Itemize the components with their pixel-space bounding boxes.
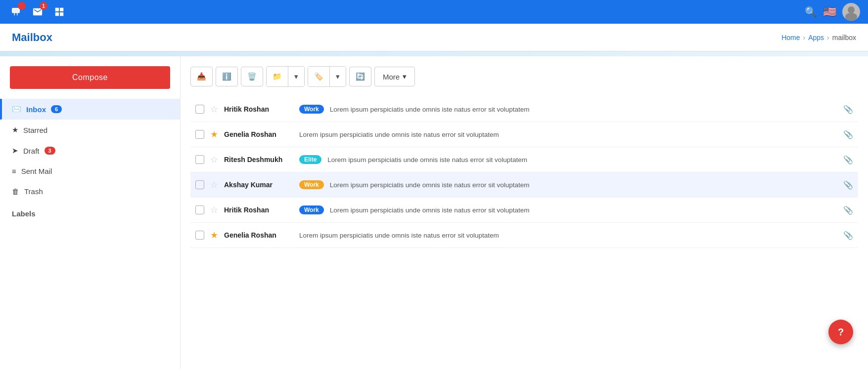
tag-badge: Elite bbox=[299, 155, 321, 164]
star-toggle[interactable]: ★ bbox=[210, 230, 218, 241]
star-toggle[interactable]: ☆ bbox=[210, 205, 218, 215]
attachment-icon: 📎 bbox=[843, 180, 853, 190]
sidebar-item-label-draft: Draft bbox=[23, 147, 40, 155]
email-preview: Lorem ipsum perspiciatis unde omnis iste… bbox=[330, 181, 837, 189]
folder-group: 📁 ▾ bbox=[266, 66, 305, 87]
sender-name: Ritesh Deshmukh bbox=[224, 156, 293, 164]
main-layout: Compose ✉️ Inbox 6 ★ Starred ➤ Draft 3 ≡… bbox=[0, 56, 868, 369]
email-row[interactable]: ★ Genelia Roshan Lorem ipsum perspiciati… bbox=[190, 122, 858, 147]
compose-button[interactable]: Compose bbox=[10, 66, 170, 89]
sidebar-item-label-sent: Sent Mail bbox=[21, 167, 52, 175]
refresh-btn[interactable]: 🔄 bbox=[349, 67, 371, 86]
sidebar-item-label-inbox: Inbox bbox=[26, 105, 46, 114]
breadcrumb-sep1: › bbox=[803, 34, 805, 41]
sent-icon: ≡ bbox=[12, 167, 16, 175]
tag-btn[interactable]: 🏷️ bbox=[308, 67, 330, 86]
attachment-icon: 📎 bbox=[843, 205, 853, 215]
tag-dropdown-btn[interactable]: ▾ bbox=[330, 67, 346, 86]
email-checkbox[interactable] bbox=[195, 155, 204, 164]
star-toggle[interactable]: ☆ bbox=[210, 104, 218, 115]
attachment-icon: 📎 bbox=[843, 130, 853, 139]
tag-group: 🏷️ ▾ bbox=[308, 66, 346, 87]
top-nav-right: 🔍 🇺🇸 bbox=[805, 3, 860, 21]
toolbar: 📥 ℹ️ 🗑️ 📁 ▾ 🏷️ ▾ 🔄 More ▾ bbox=[190, 66, 858, 87]
mail-badge: 1 bbox=[40, 2, 47, 10]
mail-app-icon[interactable]: 1 bbox=[30, 4, 46, 20]
more-arrow-icon: ▾ bbox=[403, 72, 407, 81]
email-preview: Lorem ipsum perspiciatis unde omnis iste… bbox=[327, 156, 837, 164]
email-checkbox[interactable] bbox=[195, 205, 204, 214]
flag-icon[interactable]: 🇺🇸 bbox=[823, 5, 836, 18]
sidebar-item-label-starred: Starred bbox=[23, 126, 47, 134]
labels-section-title: Labels bbox=[0, 202, 180, 222]
breadcrumb-sep2: › bbox=[827, 34, 829, 41]
inbox-action-btn[interactable]: 📥 bbox=[190, 67, 213, 86]
breadcrumb-current: mailbox bbox=[832, 34, 856, 41]
top-nav: 1 🔍 🇺🇸 bbox=[0, 0, 868, 24]
email-preview: Lorem ipsum perspiciatis unde omnis iste… bbox=[330, 206, 837, 214]
star-toggle[interactable]: ☆ bbox=[210, 154, 218, 165]
star-toggle[interactable]: ☆ bbox=[210, 179, 218, 190]
sender-name: Hritik Roshan bbox=[224, 105, 293, 113]
draft-icon: ➤ bbox=[12, 146, 18, 155]
info-btn[interactable]: ℹ️ bbox=[216, 67, 238, 86]
tag-badge: Work bbox=[299, 180, 324, 189]
star-toggle[interactable]: ★ bbox=[210, 129, 218, 140]
folder-dropdown-btn[interactable]: ▾ bbox=[288, 67, 304, 86]
sender-name: Akshay Kumar bbox=[224, 181, 293, 189]
email-checkbox[interactable] bbox=[195, 231, 204, 240]
sidebar-item-label-trash: Trash bbox=[24, 187, 43, 196]
tag-badge: Work bbox=[299, 105, 324, 114]
avatar[interactable] bbox=[842, 3, 860, 21]
email-row[interactable]: ★ Genelia Roshan Lorem ipsum perspiciati… bbox=[190, 223, 858, 248]
flag-badge bbox=[18, 2, 26, 10]
breadcrumb: Home › Apps › mailbox bbox=[781, 34, 856, 41]
attachment-icon: 📎 bbox=[843, 231, 853, 240]
attachment-icon: 📎 bbox=[843, 155, 853, 164]
sidebar-item-sent[interactable]: ≡ Sent Mail bbox=[0, 161, 180, 181]
inbox-badge: 6 bbox=[51, 105, 62, 113]
more-btn[interactable]: More ▾ bbox=[374, 67, 415, 86]
email-checkbox[interactable] bbox=[195, 130, 204, 139]
breadcrumb-bar: Mailbox Home › Apps › mailbox bbox=[0, 24, 868, 51]
accent-bar bbox=[0, 51, 868, 56]
email-preview: Lorem ipsum perspiciatis unde omnis iste… bbox=[299, 131, 837, 138]
email-checkbox[interactable] bbox=[195, 105, 204, 114]
search-icon[interactable]: 🔍 bbox=[805, 6, 817, 18]
tag-badge: Work bbox=[299, 205, 324, 214]
email-preview: Lorem ipsum perspiciatis unde omnis iste… bbox=[299, 232, 837, 239]
flag-app-icon[interactable] bbox=[8, 4, 24, 20]
svg-point-1 bbox=[848, 6, 855, 13]
attachment-icon: 📎 bbox=[843, 105, 853, 114]
help-button[interactable]: ? bbox=[828, 320, 853, 344]
content-area: 📥 ℹ️ 🗑️ 📁 ▾ 🏷️ ▾ 🔄 More ▾ ☆ bbox=[181, 56, 868, 369]
email-row[interactable]: ☆ Akshay Kumar Work Lorem ipsum perspici… bbox=[190, 172, 858, 198]
email-checkbox[interactable] bbox=[195, 180, 204, 189]
inbox-icon: ✉️ bbox=[12, 105, 21, 114]
sidebar-item-draft[interactable]: ➤ Draft 3 bbox=[0, 140, 180, 161]
sidebar-item-starred[interactable]: ★ Starred bbox=[0, 120, 180, 140]
breadcrumb-apps[interactable]: Apps bbox=[808, 34, 824, 41]
email-row[interactable]: ☆ Hritik Roshan Work Lorem ipsum perspic… bbox=[190, 97, 858, 122]
sender-name: Genelia Roshan bbox=[224, 231, 293, 239]
sender-name: Genelia Roshan bbox=[224, 130, 293, 138]
svg-point-2 bbox=[845, 13, 857, 21]
page-title: Mailbox bbox=[12, 31, 52, 44]
folder-btn[interactable]: 📁 bbox=[267, 67, 288, 86]
more-label: More bbox=[383, 73, 400, 81]
email-list: ☆ Hritik Roshan Work Lorem ipsum perspic… bbox=[190, 97, 858, 248]
email-preview: Lorem ipsum perspiciatis unde omnis iste… bbox=[330, 106, 837, 113]
grid-app-icon[interactable] bbox=[51, 4, 67, 20]
email-row[interactable]: ☆ Ritesh Deshmukh Elite Lorem ipsum pers… bbox=[190, 147, 858, 172]
sender-name: Hritik Roshan bbox=[224, 206, 293, 214]
star-icon: ★ bbox=[12, 125, 18, 134]
sidebar-item-inbox[interactable]: ✉️ Inbox 6 bbox=[0, 99, 180, 120]
sidebar-item-trash[interactable]: 🗑 Trash bbox=[0, 181, 180, 202]
trash-icon: 🗑 bbox=[12, 187, 19, 196]
draft-badge: 3 bbox=[45, 147, 55, 155]
breadcrumb-home[interactable]: Home bbox=[781, 34, 800, 41]
sidebar: Compose ✉️ Inbox 6 ★ Starred ➤ Draft 3 ≡… bbox=[0, 56, 181, 369]
email-row[interactable]: ☆ Hritik Roshan Work Lorem ipsum perspic… bbox=[190, 198, 858, 223]
delete-btn[interactable]: 🗑️ bbox=[241, 67, 263, 86]
